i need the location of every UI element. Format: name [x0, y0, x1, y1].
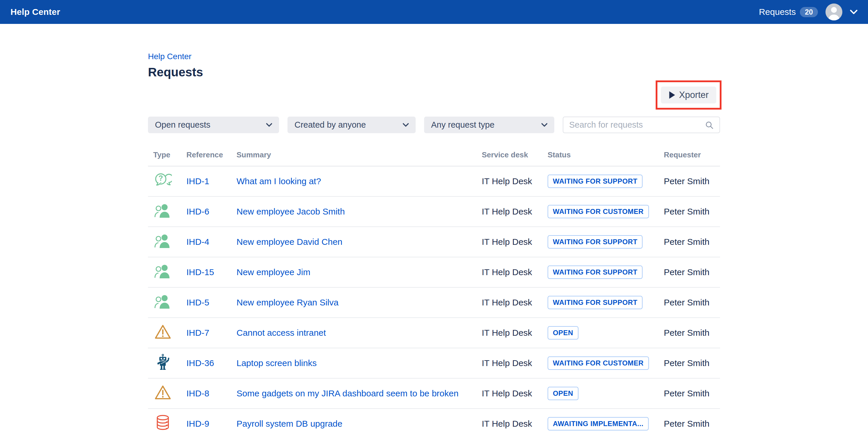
request-type-filter-value: Any request type — [431, 120, 495, 130]
filter-bar: Open requests Created by anyone Any requ… — [148, 117, 720, 133]
user-avatar-icon[interactable] — [826, 3, 842, 21]
chevron-down-icon — [266, 123, 272, 127]
request-summary-link[interactable]: Some gadgets on my JIRA dashboard seem t… — [237, 388, 459, 398]
request-summary-link[interactable]: Cannot access intranet — [237, 328, 326, 338]
status-badge: WAITING FOR CUSTOMER — [548, 356, 649, 370]
request-reference-link[interactable]: IHD-8 — [186, 388, 209, 398]
chevron-down-icon — [541, 123, 547, 127]
status-badge: WAITING FOR CUSTOMER — [548, 205, 649, 218]
column-header-type: Type — [148, 150, 186, 159]
request-summary-link[interactable]: Laptop screen blinks — [237, 358, 317, 368]
search-input[interactable] — [569, 120, 702, 130]
top-navigation-bar: Help Center Requests 20 — [0, 0, 868, 24]
requester-cell: Peter Smith — [664, 297, 720, 308]
service-desk-cell: IT Help Desk — [482, 328, 548, 338]
status-badge: WAITING FOR SUPPORT — [548, 265, 643, 279]
new-employee-icon — [154, 202, 172, 220]
xporter-zone: Xporter — [148, 81, 720, 110]
request-summary-link[interactable]: New employee David Chen — [237, 237, 343, 246]
request-reference-link[interactable]: IHD-36 — [186, 358, 214, 368]
question-bubble-icon: ? — [154, 171, 172, 190]
creator-filter-value: Created by anyone — [294, 120, 366, 130]
request-summary-link[interactable]: New employee Ryan Silva — [237, 297, 338, 307]
table-row: IHD-4 New employee David Chen IT Help De… — [148, 227, 720, 257]
request-summary-link[interactable]: Payroll system DB upgrade — [237, 419, 343, 429]
robot-icon — [154, 353, 172, 371]
warning-icon — [154, 323, 172, 341]
table-row: ? IHD-1 What am I looking at? IT Help De… — [148, 167, 720, 197]
requester-cell: Peter Smith — [664, 237, 720, 247]
request-type-cell — [148, 353, 186, 373]
status-filter-value: Open requests — [155, 120, 210, 130]
new-employee-icon — [154, 293, 172, 311]
requester-cell: Peter Smith — [664, 388, 720, 399]
requester-cell: Peter Smith — [664, 267, 720, 277]
profile-chevron-down-icon[interactable] — [850, 10, 858, 14]
requester-cell: Peter Smith — [664, 207, 720, 216]
requester-cell: Peter Smith — [664, 419, 720, 429]
warning-icon — [154, 383, 172, 402]
request-type-cell — [148, 202, 186, 222]
request-table-body: ? IHD-1 What am I looking at? IT Help De… — [148, 167, 720, 436]
robot-icon — [154, 353, 172, 371]
table-row: IHD-15 New employee Jim IT Help Desk WAI… — [148, 257, 720, 288]
service-desk-cell: IT Help Desk — [482, 267, 548, 277]
status-badge: AWAITING IMPLEMENTA... — [548, 417, 649, 431]
content-container: Help Center Requests Xporter Open reques… — [148, 52, 720, 436]
new-employee-icon — [154, 232, 172, 250]
table-row: IHD-9 Payroll system DB upgrade IT Help … — [148, 409, 720, 436]
status-badge: OPEN — [548, 387, 579, 400]
warning-icon — [154, 323, 172, 341]
column-header-service-desk: Service desk — [482, 150, 548, 159]
database-icon — [154, 414, 172, 432]
service-desk-cell: IT Help Desk — [482, 388, 548, 399]
table-row: IHD-8 Some gadgets on my JIRA dashboard … — [148, 379, 720, 409]
request-summary-link[interactable]: New employee Jacob Smith — [237, 207, 345, 216]
xporter-button[interactable]: Xporter — [661, 87, 716, 104]
request-reference-link[interactable]: IHD-1 — [186, 176, 209, 186]
request-reference-link[interactable]: IHD-5 — [186, 297, 209, 307]
service-desk-cell: IT Help Desk — [482, 176, 548, 186]
search-box — [563, 117, 720, 133]
table-row: IHD-36 Laptop screen blinks IT Help Desk… — [148, 348, 720, 379]
breadcrumb: Help Center — [148, 52, 720, 61]
new-employee-icon — [154, 262, 172, 280]
new-employee-icon — [154, 262, 172, 280]
status-badge: WAITING FOR SUPPORT — [548, 296, 643, 309]
service-desk-cell: IT Help Desk — [482, 419, 548, 429]
status-filter-dropdown[interactable]: Open requests — [148, 117, 279, 133]
request-summary-link[interactable]: New employee Jim — [237, 267, 310, 277]
table-row: IHD-5 New employee Ryan Silva IT Help De… — [148, 288, 720, 318]
brand-help-center-link[interactable]: Help Center — [10, 7, 60, 17]
request-reference-link[interactable]: IHD-4 — [186, 237, 209, 246]
request-reference-link[interactable]: IHD-9 — [186, 419, 209, 429]
nav-requests-label: Requests — [759, 7, 796, 17]
status-badge: OPEN — [548, 326, 579, 340]
request-type-cell — [148, 232, 186, 252]
svg-text:?: ? — [158, 174, 163, 182]
chevron-down-icon — [403, 123, 409, 127]
status-badge: WAITING FOR SUPPORT — [548, 235, 643, 249]
nav-requests-link[interactable]: Requests 20 — [759, 7, 818, 17]
request-type-cell — [148, 323, 186, 343]
request-summary-link[interactable]: What am I looking at? — [237, 176, 321, 186]
request-type-filter-dropdown[interactable]: Any request type — [424, 117, 554, 133]
request-reference-link[interactable]: IHD-6 — [186, 207, 209, 216]
status-badge: WAITING FOR SUPPORT — [548, 175, 643, 188]
service-desk-cell: IT Help Desk — [482, 358, 548, 368]
service-desk-cell: IT Help Desk — [482, 207, 548, 216]
breadcrumb-help-center-link[interactable]: Help Center — [148, 52, 191, 61]
request-type-cell — [148, 383, 186, 404]
requester-cell: Peter Smith — [664, 358, 720, 368]
service-desk-cell: IT Help Desk — [482, 237, 548, 247]
creator-filter-dropdown[interactable]: Created by anyone — [287, 117, 416, 133]
search-icon — [705, 121, 714, 129]
column-header-reference: Reference — [186, 150, 237, 159]
request-type-cell — [148, 293, 186, 313]
table-row: IHD-6 New employee Jacob Smith IT Help D… — [148, 197, 720, 227]
play-icon — [669, 91, 676, 99]
request-reference-link[interactable]: IHD-15 — [186, 267, 214, 277]
request-reference-link[interactable]: IHD-7 — [186, 328, 209, 338]
requester-cell: Peter Smith — [664, 176, 720, 186]
new-employee-icon — [154, 293, 172, 311]
